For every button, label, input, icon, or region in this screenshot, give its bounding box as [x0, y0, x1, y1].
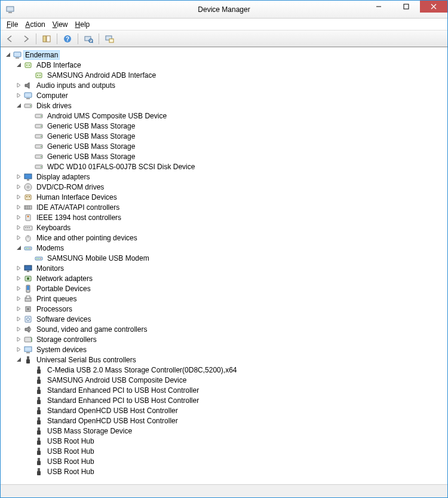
svg-rect-23: [24, 93, 32, 97]
tree-node[interactable]: Mice and other pointing devices: [3, 233, 445, 243]
tree-node[interactable]: Generic USB Mass Storage: [3, 151, 445, 161]
tree-node[interactable]: Standard Enhanced PCI to USB Host Contro…: [3, 395, 445, 405]
mouse-icon: [23, 233, 33, 243]
tree-node[interactable]: USB Root Hub: [3, 456, 445, 466]
tree-node[interactable]: Processors: [3, 304, 445, 314]
show-hide-tree-button[interactable]: [39, 32, 54, 45]
minimize-button[interactable]: [365, 1, 392, 13]
menu-action[interactable]: Action: [22, 19, 48, 30]
tree-node[interactable]: DVD/CD-ROM drives: [3, 182, 445, 192]
back-button[interactable]: [3, 32, 17, 45]
expand-arrow-icon[interactable]: [14, 223, 23, 233]
tree-node[interactable]: SAMSUNG Mobile USB Modem: [3, 253, 445, 263]
forward-button[interactable]: [19, 32, 33, 45]
svg-point-38: [41, 166, 42, 167]
tree-node-label: USB Root Hub: [46, 447, 96, 456]
svg-rect-55: [29, 227, 30, 228]
tree-node[interactable]: Monitors: [3, 263, 445, 273]
tree-node[interactable]: Modems: [3, 243, 445, 253]
tree-node[interactable]: Disk drives: [3, 100, 445, 111]
scan-hardware-button[interactable]: [81, 32, 96, 45]
properties-button[interactable]: [102, 32, 116, 45]
tree-node[interactable]: Audio inputs and outputs: [3, 80, 445, 90]
tree-node[interactable]: Keyboards: [3, 222, 445, 233]
collapse-arrow-icon[interactable]: [14, 243, 23, 253]
tree-node[interactable]: IDE ATA/ATAPI controllers: [3, 202, 445, 212]
tree-node[interactable]: Standard Enhanced PCI to USB Host Contro…: [3, 385, 445, 395]
expand-arrow-icon[interactable]: [14, 314, 23, 324]
menu-help[interactable]: Help: [72, 19, 94, 30]
svg-line-12: [92, 42, 93, 43]
svg-rect-86: [37, 380, 41, 384]
tree-node[interactable]: Computer: [3, 90, 445, 100]
svg-rect-75: [27, 308, 29, 310]
tree-node[interactable]: SAMSUNG Android ADB Interface: [3, 70, 445, 80]
svg-point-36: [41, 156, 42, 157]
expand-arrow-icon[interactable]: [14, 91, 23, 100]
expand-arrow-icon[interactable]: [14, 213, 23, 222]
collapse-arrow-icon[interactable]: [14, 355, 23, 365]
hid-icon: [23, 193, 33, 202]
tree-node[interactable]: Display adapters: [3, 172, 445, 182]
tree-node-label: Standard Enhanced PCI to USB Host Contro…: [46, 396, 200, 405]
modem-icon: [23, 243, 33, 253]
tree-node[interactable]: USB Root Hub: [3, 436, 445, 446]
collapse-arrow-icon[interactable]: [3, 50, 13, 60]
tree-node[interactable]: Portable Devices: [3, 283, 445, 294]
tree-node[interactable]: C-Media USB 2.0 Mass Storage Controller(…: [3, 365, 445, 375]
close-button[interactable]: [420, 1, 447, 13]
expand-arrow-icon[interactable]: [14, 325, 23, 334]
tree-node[interactable]: Standard OpenHCD USB Host Controller: [3, 415, 445, 426]
expand-arrow-icon[interactable]: [14, 182, 23, 192]
expand-arrow-icon[interactable]: [14, 304, 23, 314]
expand-arrow-icon[interactable]: [14, 284, 23, 294]
svg-rect-101: [38, 458, 40, 461]
help-button[interactable]: ?: [60, 32, 75, 45]
tree-node[interactable]: IEEE 1394 host controllers: [3, 212, 445, 222]
expand-arrow-icon[interactable]: [14, 203, 23, 212]
tree-node[interactable]: Generic USB Mass Storage: [3, 141, 445, 151]
tree-node[interactable]: Universal Serial Bus controllers: [3, 355, 445, 365]
expand-arrow-icon[interactable]: [14, 264, 23, 273]
tree-node[interactable]: Enderman: [3, 50, 445, 60]
tree-node[interactable]: System devices: [3, 344, 445, 355]
titlebar[interactable]: Device Manager: [1, 1, 447, 19]
tree-node[interactable]: Standard OpenHCD USB Host Controller: [3, 405, 445, 415]
expand-arrow-icon[interactable]: [14, 345, 23, 355]
tree-node[interactable]: Network adapters: [3, 273, 445, 283]
tree-node-label: System devices: [35, 346, 88, 354]
tree-node-label: Mice and other pointing devices: [35, 234, 139, 242]
usb-icon: [34, 396, 44, 405]
collapse-arrow-icon[interactable]: [14, 60, 23, 70]
svg-rect-82: [26, 359, 30, 363]
expand-arrow-icon[interactable]: [14, 81, 23, 90]
tree-node[interactable]: Software devices: [3, 314, 445, 324]
expand-arrow-icon[interactable]: [14, 172, 23, 182]
tree-node[interactable]: USB Root Hub: [3, 466, 445, 476]
device-tree[interactable]: EndermanADB InterfaceSAMSUNG Android ADB…: [1, 47, 447, 484]
maximize-button[interactable]: [392, 1, 420, 13]
svg-rect-53: [25, 227, 26, 228]
expand-arrow-icon[interactable]: [14, 233, 23, 243]
tree-node[interactable]: USB Mass Storage Device: [3, 426, 445, 436]
computer-icon: [23, 91, 33, 100]
tree-node[interactable]: ADB Interface: [3, 60, 445, 70]
expand-arrow-icon[interactable]: [14, 335, 23, 344]
tree-node[interactable]: SAMSUNG Android USB Composite Device: [3, 375, 445, 385]
expand-arrow-icon[interactable]: [14, 274, 23, 283]
menu-view[interactable]: View: [49, 19, 72, 30]
expand-arrow-icon[interactable]: [14, 294, 23, 304]
tree-node[interactable]: Sound, video and game controllers: [3, 324, 445, 334]
collapse-arrow-icon[interactable]: [14, 101, 23, 111]
tree-node-label: Sound, video and game controllers: [35, 325, 148, 334]
tree-node[interactable]: Human Interface Devices: [3, 192, 445, 202]
expand-arrow-icon[interactable]: [14, 193, 23, 202]
tree-node[interactable]: Storage controllers: [3, 334, 445, 344]
tree-node[interactable]: USB Root Hub: [3, 446, 445, 456]
menu-file[interactable]: File: [3, 19, 22, 30]
tree-node[interactable]: Print queues: [3, 294, 445, 304]
tree-node[interactable]: Generic USB Mass Storage: [3, 121, 445, 131]
tree-node[interactable]: WDC WD10 01FALS-00J7B SCSI Disk Device: [3, 161, 445, 172]
tree-node[interactable]: Generic USB Mass Storage: [3, 131, 445, 141]
tree-node[interactable]: Android UMS Composite USB Device: [3, 111, 445, 121]
